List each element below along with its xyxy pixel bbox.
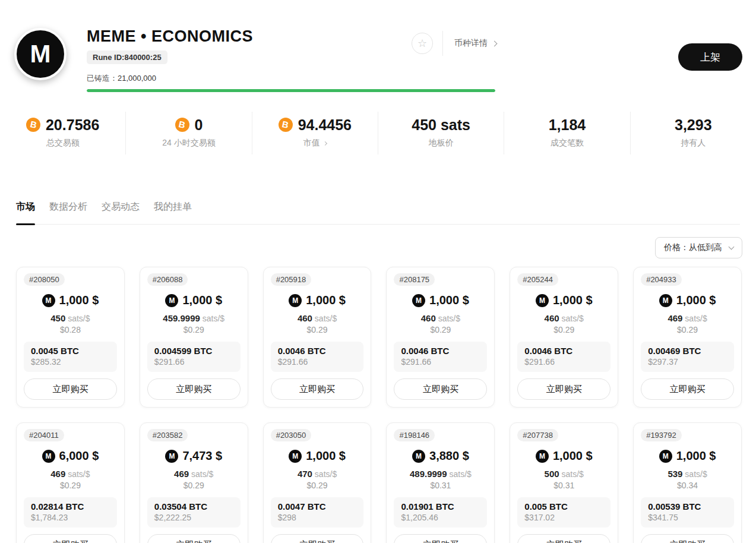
- chevron-right-icon: [492, 40, 498, 46]
- token-m-icon: M: [42, 294, 55, 307]
- buy-now-button[interactable]: 立即购买: [24, 534, 117, 543]
- listing-price-box: 0.004599 BTC $291.66: [147, 342, 241, 372]
- buy-now-button[interactable]: 立即购买: [394, 378, 487, 400]
- listing-amount: 1,000 $: [306, 449, 346, 463]
- token-m-icon: M: [659, 450, 672, 463]
- buy-now-button[interactable]: 立即购买: [24, 378, 117, 400]
- listing-card[interactable]: #198146 M 3,880 $ 489.9999 sats/$ $0.31 …: [386, 422, 495, 543]
- listing-id-badge: #208050: [24, 273, 65, 286]
- card-grid: #208050 M 1,000 $ 450 sats/$ $0.28 0.004…: [16, 267, 742, 543]
- token-m-icon: M: [42, 450, 55, 463]
- listing-card[interactable]: #193792 M 1,000 $ 539 sats/$ $0.34 0.005…: [633, 422, 742, 543]
- listing-rate-value: 469: [50, 469, 65, 479]
- listing-amount-row: M 1,000 $: [517, 449, 611, 463]
- stat-label: 地板价: [378, 138, 504, 149]
- listing-price-box: 0.0047 BTC $298: [271, 497, 364, 528]
- listing-btc-price: 0.0046 BTC: [524, 346, 603, 356]
- listing-usd-price: $1,205.46: [401, 513, 480, 523]
- listing-id-badge: #204011: [24, 429, 64, 441]
- buy-now-button[interactable]: 立即购买: [517, 534, 611, 543]
- minted-value: 21,000,000: [118, 74, 156, 83]
- listing-price-box: 0.00539 BTC $341.75: [641, 497, 734, 528]
- listing-unit-usd: $0.29: [641, 325, 734, 334]
- token-header: M MEME • ECONOMICS Rune ID:840000:25 已铸造…: [0, 0, 756, 101]
- listing-usd-price: $291.66: [278, 357, 357, 367]
- listing-amount: 6,000 $: [59, 449, 99, 463]
- listing-price-box: 0.02814 BTC $1,784.23: [24, 497, 117, 528]
- buy-now-button[interactable]: 立即购买: [271, 378, 364, 400]
- buy-now-button[interactable]: 立即购买: [517, 378, 611, 400]
- bitcoin-icon: B: [175, 118, 189, 132]
- minted-label: 已铸造：: [87, 74, 118, 83]
- listing-price-box: 0.01901 BTC $1,205.46: [394, 497, 487, 528]
- tab-analytics[interactable]: 数据分析: [49, 201, 87, 224]
- listing-id-badge: #193792: [641, 429, 682, 441]
- listing-rate-value: 450: [50, 313, 65, 323]
- listing-card[interactable]: #203050 M 1,000 $ 470 sats/$ $0.29 0.004…: [263, 422, 372, 543]
- listing-unit-usd: $0.31: [394, 481, 487, 490]
- token-m-icon: M: [412, 450, 425, 463]
- listing-card[interactable]: #204011 M 6,000 $ 469 sats/$ $0.29 0.028…: [16, 422, 125, 543]
- listing-price-box: 0.0046 BTC $291.66: [271, 342, 364, 372]
- listing-rate-unit: sats/$: [685, 314, 707, 323]
- listing-unit-usd: $0.29: [147, 325, 241, 334]
- listing-card[interactable]: #208175 M 1,000 $ 460 sats/$ $0.29 0.004…: [386, 267, 495, 408]
- listing-amount-row: M 1,000 $: [271, 449, 364, 463]
- listing-card[interactable]: #208050 M 1,000 $ 450 sats/$ $0.28 0.004…: [16, 267, 125, 408]
- tab-activity[interactable]: 交易动态: [102, 201, 140, 224]
- minted-progress-fill: [87, 89, 495, 92]
- token-info: MEME • ECONOMICS Rune ID:840000:25 已铸造：2…: [87, 27, 495, 92]
- token-m-icon: M: [536, 450, 549, 463]
- list-token-button[interactable]: 上架: [678, 43, 742, 71]
- stat-label: 成交笔数: [504, 138, 630, 149]
- tab-my-listings[interactable]: 我的挂单: [154, 201, 192, 224]
- stat-holders: 3,293 持有人: [631, 112, 756, 154]
- listing-usd-price: $298: [278, 513, 357, 523]
- listing-card[interactable]: #204933 M 1,000 $ 469 sats/$ $0.29 0.004…: [633, 267, 742, 408]
- star-icon: ☆: [417, 37, 427, 50]
- listing-unit-usd: $0.29: [24, 481, 117, 490]
- listing-btc-price: 0.03504 BTC: [154, 501, 233, 512]
- listing-amount-row: M 1,000 $: [147, 293, 241, 307]
- buy-now-button[interactable]: 立即购买: [147, 534, 241, 543]
- tab-market[interactable]: 市场: [16, 201, 35, 224]
- buy-now-button[interactable]: 立即购买: [641, 378, 734, 400]
- listing-price-box: 0.0046 BTC $291.66: [517, 342, 611, 372]
- listing-btc-price: 0.01901 BTC: [401, 501, 480, 512]
- listing-card[interactable]: #207738 M 1,000 $ 500 sats/$ $0.31 0.005…: [510, 422, 618, 543]
- listing-amount: 1,000 $: [676, 293, 716, 307]
- sort-select-label: 价格：从低到高: [664, 242, 722, 253]
- listing-card[interactable]: #205918 M 1,000 $ 460 sats/$ $0.29 0.004…: [263, 267, 372, 408]
- token-m-icon: M: [165, 294, 178, 307]
- listing-rate-value: 539: [668, 469, 682, 479]
- listing-amount: 1,000 $: [306, 293, 346, 307]
- listing-card[interactable]: #206088 M 1,000 $ 459.9999 sats/$ $0.29 …: [140, 267, 248, 408]
- listing-rate: 459.9999 sats/$: [147, 314, 241, 323]
- listing-rate-value: 459.9999: [163, 313, 200, 323]
- listing-card[interactable]: #205244 M 1,000 $ 460 sats/$ $0.29 0.004…: [510, 267, 618, 408]
- sort-select[interactable]: 价格：从低到高: [655, 237, 742, 258]
- listing-btc-price: 0.00539 BTC: [648, 501, 727, 512]
- buy-now-button[interactable]: 立即购买: [641, 534, 734, 543]
- buy-now-button[interactable]: 立即购买: [147, 378, 241, 400]
- toolbar: 价格：从低到高: [16, 237, 742, 258]
- stat-floor-price: 450 sats 地板价: [378, 112, 504, 154]
- stat-market-cap[interactable]: B 94.4456 市值: [252, 112, 378, 154]
- token-m-icon: M: [536, 294, 549, 307]
- buy-now-button[interactable]: 立即购买: [271, 534, 364, 543]
- listing-price-box: 0.005 BTC $317.02: [517, 497, 611, 528]
- listing-rate: 460 sats/$: [394, 314, 487, 323]
- listing-price-box: 0.0045 BTC $285.32: [24, 342, 117, 372]
- token-details-link[interactable]: 币种详情: [454, 38, 496, 49]
- bitcoin-icon: B: [26, 118, 40, 132]
- listing-rate: 450 sats/$: [24, 314, 117, 323]
- favorite-button[interactable]: ☆: [412, 33, 433, 54]
- listing-card[interactable]: #203582 M 7,473 $ 469 sats/$ $0.29 0.035…: [140, 422, 248, 543]
- listing-usd-price: $285.32: [31, 357, 110, 367]
- listing-rate-unit: sats/$: [685, 469, 707, 479]
- listing-price-box: 0.03504 BTC $2,222.25: [147, 497, 241, 528]
- buy-now-button[interactable]: 立即购买: [394, 534, 487, 543]
- listing-price-box: 0.00469 BTC $297.37: [641, 342, 734, 372]
- listing-rate: 500 sats/$: [517, 469, 611, 479]
- stat-label: 持有人: [631, 138, 756, 149]
